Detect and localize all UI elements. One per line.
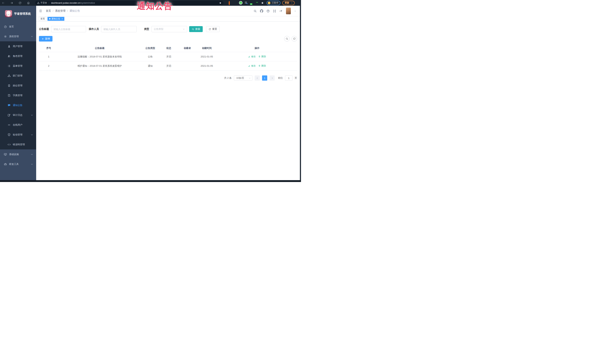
- header-actions: TT: [254, 8, 296, 14]
- notice-table: 序号公告标题公告类型状态创建者创建时间操作 1温馨提醒：2018-07-01 若…: [39, 44, 297, 71]
- delete-link[interactable]: 删除: [258, 55, 266, 58]
- cell-type: 公告: [141, 52, 160, 61]
- fullscreen-icon[interactable]: [273, 10, 276, 13]
- sidebar-fold-icon[interactable]: [39, 9, 42, 13]
- reset-button[interactable]: 重置: [206, 26, 220, 32]
- audit-log-icon: [8, 114, 11, 117]
- url-path: /system/notice: [80, 2, 95, 4]
- sidebar-item-label: 短信管理: [13, 133, 22, 136]
- cell-actions: 修改删除: [217, 52, 297, 61]
- close-icon[interactable]: ×: [62, 18, 63, 20]
- edit-link[interactable]: 修改: [248, 64, 256, 67]
- sidebar-item-label: 在线用户: [13, 123, 22, 127]
- browser-reload-icon[interactable]: [19, 1, 22, 4]
- goto-page-input[interactable]: [285, 75, 292, 81]
- sidebar-item-message[interactable]: 通知公告: [0, 100, 36, 110]
- breadcrumb-item-system[interactable]: 系统管理: [55, 9, 65, 13]
- dashboard-icon: [4, 25, 7, 28]
- delete-link[interactable]: 删除: [258, 64, 266, 67]
- total-count-label: 共 2 条: [224, 76, 232, 80]
- sidebar-item-user[interactable]: 用户管理: [0, 41, 36, 51]
- gear-icon: [4, 35, 7, 38]
- sidebar-logo[interactable]: 芋道管理系统: [0, 6, 36, 22]
- user-avatar[interactable]: [286, 8, 291, 14]
- extension-flower-icon[interactable]: [261, 1, 264, 4]
- font-size-icon[interactable]: TT: [280, 10, 283, 13]
- sidebar-item-label: 系统管理: [9, 35, 19, 38]
- browser-back-icon[interactable]: [2, 1, 5, 4]
- search-button[interactable]: 搜索: [189, 26, 203, 32]
- sidebar-item-users[interactable]: 角色管理: [0, 51, 36, 61]
- security-label: 不安全: [40, 1, 47, 4]
- cell-type: 通知: [141, 61, 160, 71]
- title-filter-input[interactable]: [51, 26, 86, 32]
- trash-icon: [258, 65, 261, 67]
- extension-on-badge-icon[interactable]: on: [250, 1, 253, 4]
- edit-icon: [248, 55, 250, 58]
- cell-status: 开启: [160, 52, 178, 61]
- sidebar-item-gear[interactable]: 系统管理: [0, 31, 36, 41]
- sidebar-item-id-badge[interactable]: 岗位管理: [0, 81, 36, 90]
- edit-link[interactable]: 修改: [248, 55, 256, 58]
- sidebar-item-label: 菜单管理: [13, 64, 22, 68]
- address-bar[interactable]: 不安全 | dashboard.yudao.iocoder.cn/system/…: [35, 1, 224, 5]
- edit-icon: [248, 65, 250, 67]
- help-icon[interactable]: [267, 10, 270, 13]
- next-page-button[interactable]: [269, 75, 275, 81]
- sidebar-item-label: 字典管理: [13, 94, 22, 97]
- breadcrumb-item-current: 通知公告: [70, 9, 80, 13]
- sidebar-item-label: 通知公告: [13, 104, 22, 107]
- extension-blue-drop-icon[interactable]: [234, 1, 237, 4]
- browser-update-button[interactable]: 更新: [282, 1, 295, 5]
- breadcrumb-separator: /: [67, 10, 68, 12]
- sidebar-item-menu-list[interactable]: 菜单管理: [0, 61, 36, 71]
- column-header: 创建时间: [197, 44, 217, 52]
- sidebar-item-label: 首页: [9, 25, 14, 28]
- toggle-search-button[interactable]: [284, 36, 290, 42]
- user-icon: [8, 45, 11, 48]
- browser-toolbar: 不安全 | dashboard.yudao.iocoder.cn/system/…: [0, 0, 301, 6]
- current-page-button[interactable]: 1: [262, 75, 267, 81]
- tab-home[interactable]: 首页: [39, 17, 47, 21]
- chevron-down-icon[interactable]: [294, 10, 296, 12]
- search-icon: [286, 37, 288, 40]
- breadcrumb-item-home[interactable]: 首页: [46, 9, 51, 13]
- bookmark-star-icon[interactable]: [219, 2, 222, 4]
- sidebar-item-toolbox[interactable]: 研发工具: [0, 159, 36, 169]
- filter-form: 公告标题 操作人员 类型 公告类型 搜索 重置: [39, 26, 297, 32]
- breadcrumb-separator: /: [53, 10, 54, 12]
- active-dot-icon: [49, 18, 50, 20]
- cell-created-time: 2021-01-05: [197, 52, 217, 61]
- type-filter-select[interactable]: 公告类型: [151, 26, 187, 32]
- sidebar-item-book[interactable]: 字典管理: [0, 90, 36, 100]
- table-body: 1温馨提醒：2018-07-01 若依新版本发布啦公告开启2021-01-05修…: [39, 52, 297, 71]
- operator-filter-input[interactable]: [101, 26, 137, 32]
- search-icon[interactable]: [254, 10, 257, 13]
- sidebar-item-online-user[interactable]: 在线用户: [0, 120, 36, 130]
- sidebar-item-dashboard[interactable]: 首页: [0, 22, 36, 31]
- cell-actions: 修改删除: [217, 61, 297, 71]
- github-icon[interactable]: [260, 10, 263, 13]
- browser-profile-button[interactable]: 已暂停: [267, 1, 280, 5]
- sidebar-item-monitor-chart[interactable]: 基础设施: [0, 149, 36, 159]
- sidebar-item-org-tree[interactable]: 部门管理: [0, 71, 36, 81]
- browser-menu-dots-icon[interactable]: [290, 2, 293, 4]
- extension-orange-wheel-icon[interactable]: [229, 1, 232, 4]
- online-user-icon: [8, 124, 11, 126]
- search-icon: [192, 28, 194, 31]
- add-button[interactable]: 新增: [39, 36, 53, 42]
- app-header: 首页 / 系统管理 / 通知公告 TT: [36, 6, 300, 16]
- browser-home-icon[interactable]: [27, 1, 30, 4]
- sidebar-item-shield-check[interactable]: 短信管理: [0, 130, 36, 140]
- browser-forward-icon[interactable]: [10, 1, 13, 4]
- users-icon: [8, 55, 11, 58]
- extension-sprout-icon[interactable]: [256, 1, 258, 4]
- extension-grid-diamond-icon[interactable]: [245, 1, 248, 4]
- sidebar-item-audit-log[interactable]: 审计日志: [0, 110, 36, 120]
- page-size-select[interactable]: 10条/页: [234, 75, 252, 81]
- refresh-table-button[interactable]: [291, 36, 297, 42]
- tab-notice[interactable]: 通知公告 ×: [47, 17, 64, 21]
- extension-green-circle-icon[interactable]: y: [239, 1, 242, 4]
- prev-page-button[interactable]: [255, 75, 260, 81]
- sidebar-item-code[interactable]: 错误码管理: [0, 140, 36, 149]
